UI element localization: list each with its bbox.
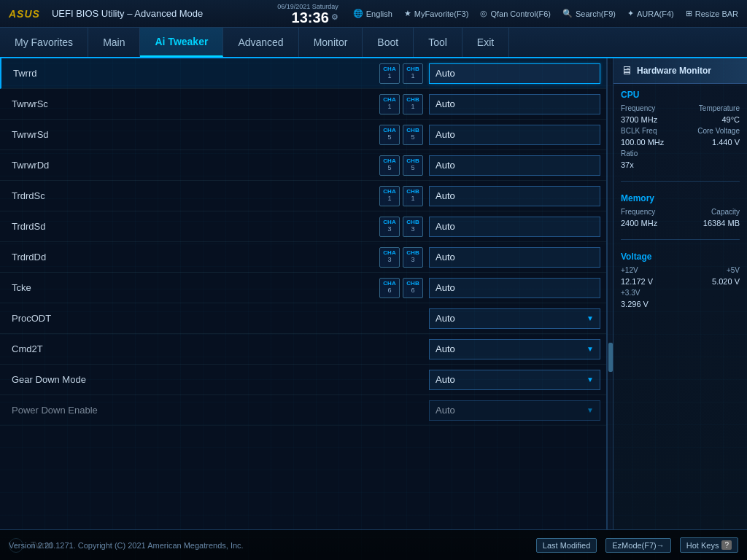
resizebar-label: Resize BAR (695, 9, 738, 18)
row-label-twrwrsc: TwrwrSc (12, 98, 379, 109)
value-twrrd[interactable]: Auto (429, 63, 600, 84)
table-row[interactable]: Gear Down Mode Auto ▼ (0, 365, 606, 395)
bclk-value-row: 100.00 MHz 1.440 V (621, 138, 740, 147)
procodt-value: Auto (436, 313, 455, 324)
nav-aitweaker[interactable]: Ai Tweaker (140, 28, 223, 57)
memory-values-row: 2400 MHz 16384 MB (621, 219, 740, 228)
table-row[interactable]: Twrrd CHA1 CHB1 Auto (0, 58, 606, 89)
cha-chb-twrwrsc: CHA1 CHB1 (379, 94, 423, 114)
v12-row: +12V +5V (621, 266, 740, 274)
cha-badge: CHA5 (379, 155, 400, 176)
cpu-section-label: CPU (621, 90, 740, 100)
v5-label: +5V (727, 266, 740, 274)
cha-chb-twrrd: CHA1 CHB1 (379, 63, 423, 84)
cpu-temp-value: 49°C (721, 115, 740, 124)
navbar: My Favorites Main Ai Tweaker Advanced Mo… (0, 28, 747, 58)
aura-icon: ✦ (627, 9, 634, 18)
value-trdrdsc[interactable]: Auto (429, 186, 600, 206)
voltage-section: Voltage +12V +5V 12.172 V 5.020 V +3.3V … (614, 246, 747, 314)
bios-title: UEFI BIOS Utility – Advanced Mode (52, 8, 277, 19)
table-row[interactable]: TwrwrSd CHA5 CHB5 Auto (0, 120, 606, 150)
value-twrwrdd[interactable]: Auto (429, 155, 600, 176)
value-geardown[interactable]: Auto ▼ (429, 370, 600, 390)
language-label: English (366, 9, 392, 18)
cha-chb-trdrdsc: CHA1 CHB1 (379, 186, 423, 206)
value-tcke[interactable]: Auto (429, 278, 600, 298)
table-row[interactable]: TwrwrDd CHA5 CHB5 Auto (0, 150, 606, 181)
bottom-bar: Version 2.20.1271. Copyright (C) 2021 Am… (0, 529, 747, 560)
dropdown-arrow-icon: ▼ (587, 345, 594, 353)
chb-badge: CHB1 (403, 186, 423, 206)
row-label-trdrdsd: TrdrdSd (12, 221, 379, 232)
resizebar-button[interactable]: ⊞ Resize BAR (686, 9, 738, 18)
table-row[interactable]: Cmd2T Auto ▼ (0, 334, 606, 365)
nav-tool[interactable]: Tool (414, 28, 462, 57)
aura-button[interactable]: ✦ AURA(F4) (627, 9, 674, 18)
row-label-twrwrdd: TwrwrDd (12, 160, 379, 171)
v33-row: +3.3V (621, 289, 740, 297)
value-trdrddd[interactable]: Auto (429, 247, 600, 268)
nav-main[interactable]: Main (88, 28, 140, 57)
header: ASUS UEFI BIOS Utility – Advanced Mode 0… (0, 0, 747, 28)
nav-boot[interactable]: Boot (363, 28, 414, 57)
globe-icon: 🌐 (353, 9, 363, 18)
value-twrwrsd[interactable]: Auto (429, 125, 600, 145)
hw-divider (621, 239, 740, 240)
time-display: 13:36 (292, 10, 329, 25)
value-trdrdsd[interactable]: Auto (429, 217, 600, 237)
cpu-freq-row: Frequency Temperature (621, 104, 740, 112)
bottom-buttons: Last Modified EzMode(F7)→ Hot Keys ? (536, 537, 738, 553)
table-row[interactable]: TrdrdDd CHA3 CHB3 Auto (0, 242, 606, 273)
header-controls: 06/19/2021 Saturday 13:36 ⚙ 🌐 English ★ … (277, 3, 738, 25)
cha-badge: CHA3 (379, 247, 400, 268)
memory-section-label: Memory (621, 193, 740, 203)
datetime-block: 06/19/2021 Saturday 13:36 ⚙ (277, 3, 338, 25)
nav-exit[interactable]: Exit (462, 28, 509, 57)
scroll-thumb[interactable] (608, 343, 613, 372)
hotkeys-button[interactable]: Hot Keys ? (680, 537, 738, 553)
search-icon: 🔍 (562, 9, 573, 18)
v12-value: 12.172 V (621, 277, 653, 286)
hotkeys-icon: ? (721, 540, 732, 550)
nav-monitor[interactable]: Monitor (299, 28, 363, 57)
date-display: 06/19/2021 Saturday (277, 3, 338, 10)
cpu-freq-value: 3700 MHz (621, 115, 657, 124)
value-powerdown[interactable]: Auto ▼ (429, 400, 600, 421)
last-modified-button[interactable]: Last Modified (536, 538, 597, 553)
value-twrwrsc[interactable]: Auto (429, 94, 600, 114)
ezmode-button[interactable]: EzMode(F7)→ (605, 538, 671, 553)
core-voltage-value: 1.440 V (712, 138, 740, 147)
resizebar-icon: ⊞ (686, 9, 692, 18)
star-icon: ★ (404, 9, 411, 18)
time-settings-icon[interactable]: ⚙ (331, 12, 338, 22)
qfan-button[interactable]: ◎ Qfan Control(F6) (480, 9, 551, 18)
language-button[interactable]: 🌐 English (353, 9, 392, 18)
value-cmd2t[interactable]: Auto ▼ (429, 339, 600, 359)
value-procodt[interactable]: Auto ▼ (429, 308, 600, 329)
row-label-geardown: Gear Down Mode (12, 374, 379, 385)
row-label-twrwrsd: TwrwrSd (12, 129, 379, 140)
table-row[interactable]: ProcODT Auto ▼ (0, 303, 606, 334)
settings-panel: Twrrd CHA1 CHB1 Auto TwrwrSc CHA1 CHB1 (0, 58, 607, 529)
cha-badge: CHA1 (379, 94, 400, 114)
mem-capacity-label: Capacity (711, 208, 740, 216)
core-voltage-label: Core Voltage (697, 127, 740, 135)
monitor-icon: 🖥 (621, 64, 632, 77)
nav-favorites[interactable]: My Favorites (0, 28, 88, 57)
table-row[interactable]: TrdrdSc CHA1 CHB1 Auto (0, 181, 606, 211)
geardown-value: Auto (436, 374, 455, 385)
cha-chb-trdrddd: CHA3 CHB3 (379, 247, 423, 268)
myfavorite-button[interactable]: ★ MyFavorite(F3) (404, 9, 469, 18)
chb-badge: CHB5 (403, 155, 423, 176)
table-row[interactable]: TrdrdSd CHA3 CHB3 Auto (0, 211, 606, 242)
table-row[interactable]: Power Down Enable Auto ▼ (0, 395, 606, 426)
nav-advanced[interactable]: Advanced (223, 28, 298, 57)
main-content: Twrrd CHA1 CHB1 Auto TwrwrSc CHA1 CHB1 (0, 58, 747, 529)
table-row[interactable]: Tcke CHA6 CHB6 Auto (0, 273, 606, 303)
cha-badge: CHA1 (379, 186, 400, 206)
scrollbar[interactable] (607, 58, 613, 529)
search-button[interactable]: 🔍 Search(F9) (562, 9, 616, 18)
table-row[interactable]: TwrwrSc CHA1 CHB1 Auto (0, 89, 606, 120)
row-label-cmd2t: Cmd2T (12, 343, 379, 354)
chb-badge: CHB1 (403, 63, 423, 84)
